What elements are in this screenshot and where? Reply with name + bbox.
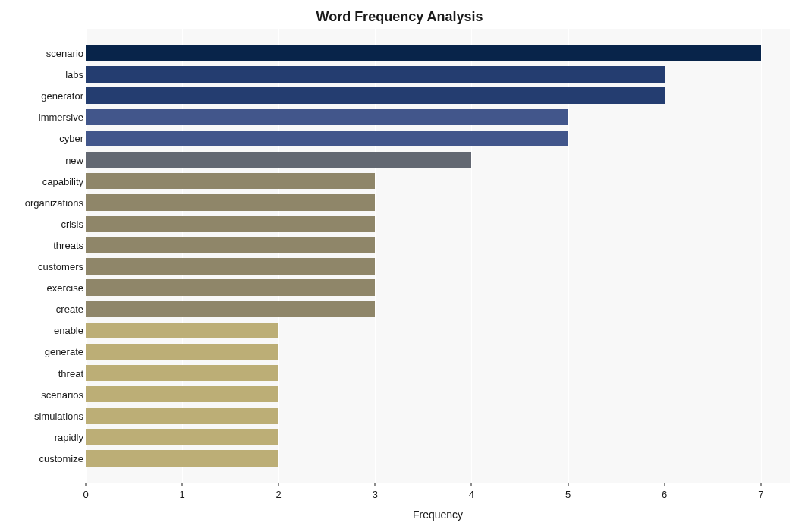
y-tick-label: generator <box>41 90 83 102</box>
bar-scenario <box>86 45 761 61</box>
y-tick-label: enable <box>54 325 83 336</box>
x-tick-mark <box>760 483 761 486</box>
x-tick-mark <box>278 483 279 486</box>
y-tick-label: exercise <box>47 282 83 294</box>
bar-customize <box>86 450 278 467</box>
bar-labs <box>86 66 665 83</box>
x-tick-mark <box>471 483 472 486</box>
bar-organizations <box>86 194 375 211</box>
x-tick-mark <box>568 483 568 486</box>
bar-rect <box>86 87 665 104</box>
plot-area <box>86 29 790 483</box>
x-tick-mark <box>664 483 665 486</box>
bar-enable <box>86 323 278 339</box>
bar-rect <box>86 66 665 83</box>
bar-rect <box>86 429 278 445</box>
chart-title: Word Frequency Analysis <box>0 0 799 31</box>
x-tick-mark <box>182 483 183 486</box>
y-tick-label: generate <box>45 346 83 357</box>
y-tick-label: cyber <box>59 133 83 144</box>
bar-rect <box>86 344 278 360</box>
y-tick-label: scenarios <box>41 389 83 400</box>
bar-rect <box>86 258 375 275</box>
bar-cyber <box>86 131 568 147</box>
bar-crisis <box>86 216 375 232</box>
y-tick-label: threats <box>53 239 83 250</box>
bar-rect <box>86 216 375 232</box>
y-tick-label: simulations <box>34 410 83 421</box>
x-tick-label: 0 <box>83 489 88 500</box>
x-tick-label: 7 <box>758 489 763 500</box>
bar-scenarios <box>86 386 278 403</box>
bar-threat <box>86 365 278 382</box>
x-tick-mark <box>375 483 376 486</box>
bar-generate <box>86 344 278 360</box>
x-tick-label: 6 <box>662 489 667 500</box>
bar-rect <box>86 131 568 147</box>
y-tick-label: new <box>65 154 83 165</box>
bar-rect <box>86 152 471 168</box>
bar-rect <box>86 109 568 126</box>
bar-generator <box>86 87 665 104</box>
bar-rect <box>86 279 375 296</box>
gridline <box>665 29 665 483</box>
y-tick-label: crisis <box>61 218 83 229</box>
y-tick-label: create <box>56 304 83 315</box>
bar-customers <box>86 258 375 275</box>
bar-simulations <box>86 408 278 424</box>
y-tick-label: capability <box>42 175 83 187</box>
x-tick-label: 3 <box>373 489 378 500</box>
x-tick-label: 2 <box>276 489 282 500</box>
bar-create <box>86 301 375 317</box>
bar-rect <box>86 386 278 403</box>
bar-rect <box>86 173 375 190</box>
x-tick-mark <box>86 483 87 486</box>
bar-threats <box>86 237 375 253</box>
bar-rect <box>86 237 375 253</box>
x-axis: 01234567 <box>86 483 790 505</box>
bar-rect <box>86 323 278 339</box>
bar-immersive <box>86 109 568 126</box>
x-tick-label: 4 <box>469 489 474 500</box>
bar-rapidly <box>86 429 278 445</box>
y-tick-label: organizations <box>25 197 83 208</box>
x-axis-label: Frequency <box>86 508 790 521</box>
y-tick-label: customize <box>39 452 83 464</box>
bar-rect <box>86 45 761 61</box>
y-tick-label: scenario <box>46 48 83 59</box>
bar-capability <box>86 173 375 190</box>
y-tick-label: immersive <box>39 112 83 123</box>
gridline <box>761 29 762 483</box>
bar-new <box>86 152 471 168</box>
x-tick-label: 1 <box>179 489 184 500</box>
bar-rect <box>86 450 278 467</box>
y-tick-label: rapidly <box>55 431 83 442</box>
y-tick-label: customers <box>38 261 83 272</box>
bar-rect <box>86 408 278 424</box>
y-tick-label: threat <box>58 367 83 379</box>
y-tick-label: labs <box>65 69 83 80</box>
bar-rect <box>86 194 375 211</box>
bar-rect <box>86 365 278 382</box>
bar-exercise <box>86 279 375 296</box>
bar-rect <box>86 301 375 317</box>
x-tick-label: 5 <box>565 489 571 500</box>
